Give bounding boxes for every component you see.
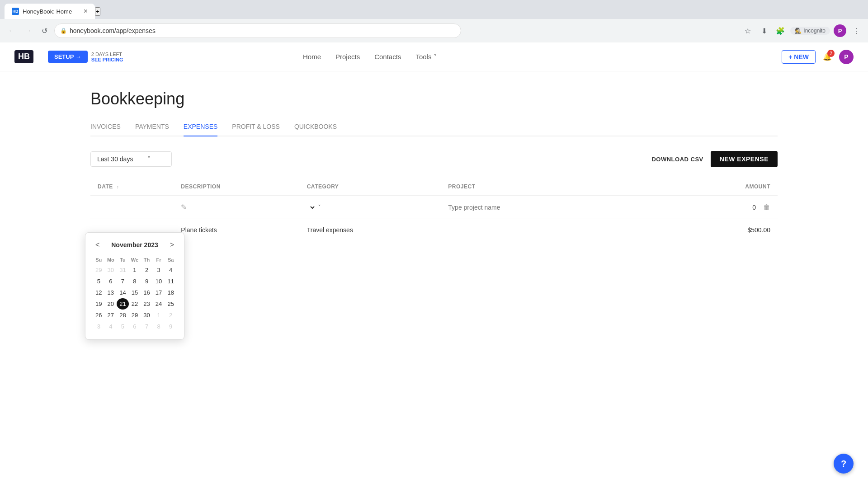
- nav-projects[interactable]: Projects: [335, 53, 360, 61]
- incognito-icon: 🕵: [795, 28, 802, 34]
- cal-day-th: Th: [141, 255, 153, 264]
- bookmark-button[interactable]: ☆: [741, 24, 754, 37]
- calendar-day[interactable]: 31: [117, 264, 129, 276]
- row2-project: [441, 219, 685, 241]
- new-expense-button[interactable]: NEW EXPENSE: [711, 151, 778, 167]
- calendar-day[interactable]: 8: [153, 321, 165, 332]
- calendar-prev-button[interactable]: <: [93, 240, 102, 250]
- tab-payments[interactable]: PAYMENTS: [135, 119, 169, 136]
- sort-icon[interactable]: ↕: [117, 184, 119, 189]
- download-csv-button[interactable]: DOWNLOAD CSV: [651, 156, 703, 163]
- back-button[interactable]: ←: [5, 24, 18, 37]
- user-avatar[interactable]: P: [839, 50, 854, 64]
- browser-nav: ← → ↺ 🔒 honeybook.com/app/expenses ☆ ⬇ 🧩…: [0, 19, 868, 42]
- extensions-button[interactable]: 🧩: [774, 24, 787, 37]
- menu-button[interactable]: ⋮: [850, 24, 863, 37]
- calendar-week: 2930311234: [93, 264, 177, 276]
- setup-button[interactable]: SETUP →: [48, 51, 88, 63]
- calendar-day[interactable]: 29: [129, 310, 141, 321]
- calendar-day[interactable]: 29: [93, 264, 105, 276]
- forward-button[interactable]: →: [22, 24, 34, 37]
- close-tab-button[interactable]: ×: [84, 7, 88, 15]
- calendar-day[interactable]: 27: [105, 310, 117, 321]
- calendar-day[interactable]: 25: [165, 298, 177, 310]
- delete-icon[interactable]: 🗑: [763, 203, 770, 211]
- calendar-day[interactable]: 11: [165, 276, 177, 287]
- calendar-day[interactable]: 2: [141, 264, 153, 276]
- calendar-day[interactable]: 30: [141, 310, 153, 321]
- action-buttons: DOWNLOAD CSV NEW EXPENSE: [651, 151, 778, 167]
- calendar-day[interactable]: 13: [105, 287, 117, 298]
- calendar-day[interactable]: 6: [105, 276, 117, 287]
- nav-tools[interactable]: Tools ˅: [415, 53, 437, 61]
- calendar-day[interactable]: 8: [129, 276, 141, 287]
- calendar-day[interactable]: 22: [129, 298, 141, 310]
- calendar-day[interactable]: 9: [141, 276, 153, 287]
- table-row: ✎ ˅ 0 🗑: [90, 196, 778, 219]
- controls-row: Last 30 days ˅ DOWNLOAD CSV NEW EXPENSE: [90, 151, 778, 167]
- calendar-day[interactable]: 1: [129, 264, 141, 276]
- calendar-day[interactable]: 23: [141, 298, 153, 310]
- calendar-day[interactable]: 10: [153, 276, 165, 287]
- calendar-day[interactable]: 3: [93, 321, 105, 332]
- cal-day-su: Su: [93, 255, 105, 264]
- calendar-day[interactable]: 28: [117, 310, 129, 321]
- table-header-row: DATE ↕ DESCRIPTION CATEGORY PROJECT AMOU…: [90, 178, 778, 196]
- address-bar[interactable]: 🔒 honeybook.com/app/expenses: [54, 23, 461, 38]
- calendar-day[interactable]: 4: [165, 264, 177, 276]
- calendar-day[interactable]: 4: [105, 321, 117, 332]
- calendar-next-button[interactable]: >: [167, 240, 177, 250]
- new-tab-button[interactable]: +: [95, 7, 100, 16]
- tab-invoices[interactable]: INVOICES: [90, 119, 121, 136]
- tab-quickbooks[interactable]: QUICKBOOKS: [294, 119, 337, 136]
- app-logo: HB: [14, 50, 33, 63]
- tab-profit-loss[interactable]: PROFIT & LOSS: [232, 119, 280, 136]
- calendar-day[interactable]: 19: [93, 298, 105, 310]
- edit-icon[interactable]: ✎: [181, 203, 187, 211]
- active-tab[interactable]: HB HoneyBook: Home ×: [5, 4, 95, 19]
- browser-user-avatar[interactable]: P: [834, 24, 846, 37]
- calendar-day[interactable]: 5: [93, 276, 105, 287]
- calendar-day[interactable]: 21: [117, 298, 129, 310]
- calendar-day[interactable]: 16: [141, 287, 153, 298]
- calendar-grid: Su Mo Tu We Th Fr Sa 2930311234567891011…: [93, 255, 177, 332]
- calendar-day[interactable]: 15: [129, 287, 141, 298]
- calendar-day[interactable]: 6: [129, 321, 141, 332]
- calendar-day[interactable]: 2: [165, 310, 177, 321]
- calendar-day[interactable]: 20: [105, 298, 117, 310]
- project-input[interactable]: [448, 204, 538, 211]
- row1-category[interactable]: ˅: [300, 196, 441, 219]
- calendar-day[interactable]: 9: [165, 321, 177, 332]
- date-filter-label: Last 30 days: [97, 155, 133, 163]
- calendar-day[interactable]: 7: [117, 276, 129, 287]
- calendar-week: 19202122232425: [93, 298, 177, 310]
- col-date: DATE ↕: [90, 178, 174, 196]
- nav-contacts[interactable]: Contacts: [374, 53, 401, 61]
- help-button[interactable]: ?: [834, 454, 854, 474]
- calendar-day[interactable]: 1: [153, 310, 165, 321]
- calendar-day[interactable]: 17: [153, 287, 165, 298]
- calendar-day[interactable]: 3: [153, 264, 165, 276]
- calendar-day[interactable]: 12: [93, 287, 105, 298]
- calendar-day[interactable]: 7: [141, 321, 153, 332]
- date-filter-dropdown[interactable]: Last 30 days ˅: [90, 151, 172, 167]
- reload-button[interactable]: ↺: [38, 24, 51, 37]
- tab-expenses[interactable]: EXPENSES: [184, 119, 217, 136]
- notifications-button[interactable]: 🔔 2: [823, 52, 832, 61]
- incognito-label: Incognito: [803, 28, 826, 34]
- nav-home[interactable]: Home: [303, 53, 321, 61]
- category-select[interactable]: [307, 203, 316, 211]
- row2-category: Travel expenses: [300, 219, 441, 241]
- calendar-day[interactable]: 18: [165, 287, 177, 298]
- notification-badge: 2: [827, 50, 835, 57]
- new-button[interactable]: + NEW: [782, 50, 816, 64]
- address-text: honeybook.com/app/expenses: [70, 27, 156, 34]
- calendar-day[interactable]: 5: [117, 321, 129, 332]
- calendar-day[interactable]: 26: [93, 310, 105, 321]
- calendar-day[interactable]: 14: [117, 287, 129, 298]
- app-nav: HB SETUP → 2 DAYS LEFT SEE PRICING Home …: [0, 42, 868, 71]
- download-button[interactable]: ⬇: [758, 24, 770, 37]
- calendar-day[interactable]: 30: [105, 264, 117, 276]
- calendar-day[interactable]: 24: [153, 298, 165, 310]
- see-pricing-link[interactable]: SEE PRICING: [91, 57, 123, 62]
